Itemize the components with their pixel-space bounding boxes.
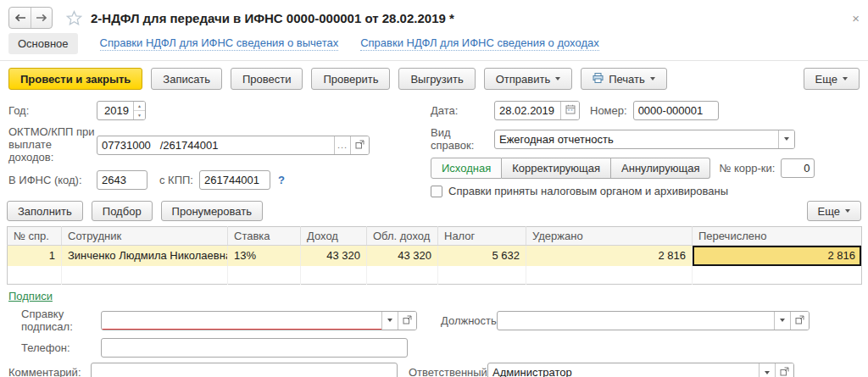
close-icon[interactable]: × [852, 12, 860, 25]
send-button[interactable]: Отправить [484, 68, 572, 90]
more-button-top[interactable]: Еще [804, 68, 860, 90]
signer-combobox[interactable] [101, 311, 417, 330]
date-field[interactable]: 28.02.2019 [494, 101, 580, 120]
post-label: Провести [242, 73, 292, 86]
signatures-group-link[interactable]: Подписи [8, 290, 53, 302]
correction-number-value[interactable]: 0 [782, 159, 814, 177]
dropdown-button[interactable] [774, 312, 790, 330]
number-value[interactable]: 0000-000001 [634, 102, 718, 119]
col-header-transferred[interactable]: Перечислено [693, 227, 862, 246]
caret-down-icon [387, 319, 392, 322]
tab-link-incomes[interactable]: Справки НДФЛ для ИФНС сведения о доходах [360, 36, 599, 51]
col-header-employee[interactable]: Сотрудник [62, 227, 228, 246]
col-header-number[interactable]: № спр. [8, 227, 62, 246]
back-button[interactable] [9, 8, 31, 28]
col-header-income[interactable]: Доход [301, 227, 367, 246]
kind-label: Вид справок: [431, 126, 494, 152]
tab-link-deductions[interactable]: Справки НДФЛ для ИФНС сведения о вычетах [100, 36, 339, 51]
cell-employee[interactable]: Зинченко Людмила Николаевна [62, 246, 228, 266]
favorite-star-icon[interactable] [66, 10, 82, 25]
correction-number-field[interactable]: 0 [781, 158, 815, 178]
post-button[interactable]: Провести [231, 68, 303, 90]
help-link[interactable]: ? [278, 174, 285, 186]
table-empty-row[interactable] [8, 266, 862, 285]
open-button[interactable] [775, 363, 793, 377]
dropdown-button[interactable] [759, 363, 775, 377]
caret-down-icon [650, 77, 655, 80]
responsible-value[interactable]: Администратор [488, 363, 759, 377]
kpp-value[interactable]: 261744001 [200, 171, 270, 189]
ifns-value[interactable]: 2643 [97, 171, 147, 189]
position-value[interactable] [498, 312, 774, 330]
phone-value[interactable] [102, 339, 407, 357]
open-button[interactable] [350, 136, 369, 154]
comment-field[interactable] [91, 363, 398, 377]
cell-withheld[interactable]: 2 816 [526, 246, 693, 266]
archived-checkbox[interactable] [431, 186, 442, 197]
command-bar: Провести и закрыть Записать Провести Про… [0, 61, 868, 97]
calendar-button[interactable] [560, 102, 579, 119]
forward-button[interactable] [31, 8, 52, 28]
save-label: Записать [163, 73, 210, 86]
cell-number[interactable]: 1 [8, 246, 62, 266]
dropdown-button[interactable] [381, 312, 398, 330]
cell-transferred-selected[interactable]: 2 816 [693, 246, 862, 266]
pick-button[interactable]: Подбор [92, 201, 153, 221]
ifns-label: В ИФНС (код): [8, 174, 97, 186]
spin-down-icon[interactable]: ▼ [134, 110, 145, 119]
col-header-withheld[interactable]: Удержано [526, 227, 693, 246]
phone-field[interactable] [101, 338, 408, 358]
kind-combobox[interactable]: Ежегодная отчетность [494, 130, 795, 149]
kpp-field[interactable]: 261744001 [199, 170, 270, 190]
responsible-combobox[interactable]: Администратор [487, 363, 794, 377]
fill-button[interactable]: Заполнить [7, 201, 83, 221]
check-button[interactable]: Проверить [311, 68, 390, 90]
year-value[interactable]: 2019 [97, 102, 133, 119]
caret-down-icon [784, 137, 789, 141]
dropdown-button[interactable] [778, 130, 794, 148]
number-field[interactable]: 0000-000001 [633, 101, 719, 120]
save-button[interactable]: Записать [151, 68, 222, 90]
cell-tax[interactable]: 5 632 [438, 246, 526, 266]
type-original-button[interactable]: Исходная [431, 158, 502, 179]
open-button[interactable] [790, 312, 809, 330]
cell-income[interactable]: 43 320 [301, 246, 367, 266]
type-annulling-button[interactable]: Аннулирующая [611, 158, 710, 179]
export-button[interactable]: Выгрузить [398, 68, 475, 90]
post-and-close-button[interactable]: Провести и закрыть [8, 68, 142, 90]
type-correcting-button[interactable]: Корректирующая [502, 158, 611, 179]
oktmo-value[interactable]: 07731000 /261744001 [97, 136, 334, 154]
spin-up-icon[interactable]: ▲ [134, 102, 145, 110]
year-field[interactable]: 2019 ▲ ▼ [97, 101, 146, 120]
tab-main[interactable]: Основное [8, 33, 78, 54]
statements-table: № спр. Сотрудник Ставка Доход Обл. доход… [7, 226, 862, 285]
comment-label: Комментарий: [8, 366, 91, 377]
more-button-table[interactable]: Еще [807, 201, 861, 221]
phone-label: Телефон: [21, 341, 101, 354]
archived-checkbox-label: Справки приняты налоговым органом и архи… [448, 185, 728, 197]
position-combobox[interactable] [497, 311, 810, 330]
oktmo-field[interactable]: 07731000 /261744001 ... [97, 136, 370, 155]
table-header-row: № спр. Сотрудник Ставка Доход Обл. доход… [8, 227, 862, 246]
position-label: Должность: [441, 314, 497, 327]
export-label: Выгрузить [410, 73, 463, 86]
ellipsis-button[interactable]: ... [334, 136, 350, 154]
col-header-taxable-income[interactable]: Обл. доход [367, 227, 438, 246]
responsible-label: Ответственный: [409, 366, 487, 377]
cell-taxable-income[interactable]: 43 320 [367, 246, 438, 266]
ifns-field[interactable]: 2643 [97, 170, 147, 190]
col-header-tax[interactable]: Налог [438, 227, 526, 246]
print-button[interactable]: Печать [581, 68, 667, 90]
pick-label: Подбор [103, 205, 142, 218]
kind-value[interactable]: Ежегодная отчетность [495, 130, 778, 148]
col-header-rate[interactable]: Ставка [228, 227, 301, 246]
cell-rate[interactable]: 13% [228, 246, 301, 266]
number-label: Номер: [590, 104, 627, 117]
signer-value[interactable] [102, 312, 381, 330]
open-button[interactable] [398, 312, 416, 330]
comment-value[interactable] [92, 363, 397, 377]
renumber-button[interactable]: Пронумеровать [161, 201, 263, 221]
calendar-icon [565, 104, 576, 117]
check-label: Проверить [323, 73, 378, 86]
date-value[interactable]: 28.02.2019 [495, 102, 560, 119]
